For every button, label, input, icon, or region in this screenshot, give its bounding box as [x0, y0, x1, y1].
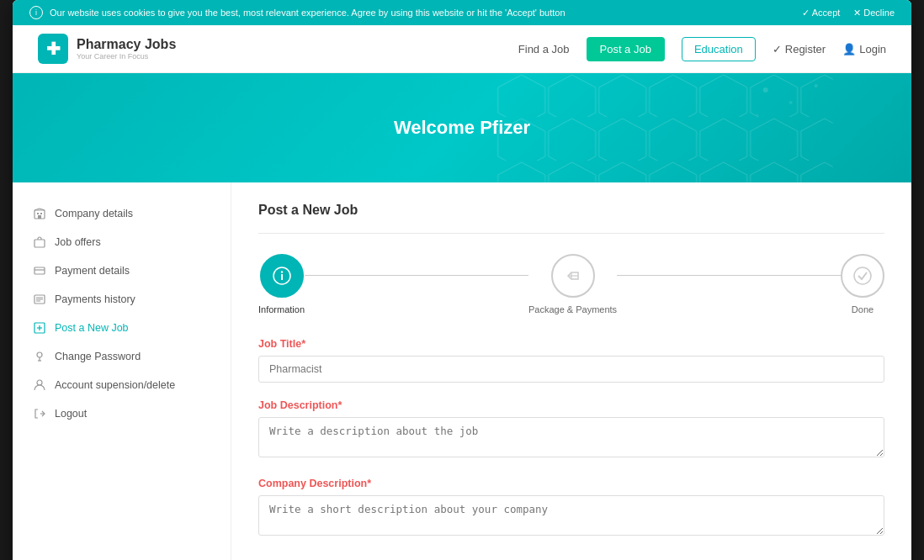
- checkmark-icon: ✓: [773, 43, 782, 55]
- svg-point-22: [37, 352, 42, 357]
- step-package-payments: Package & Payments: [528, 254, 617, 314]
- post-job-button[interactable]: Post a Job: [587, 37, 665, 61]
- account-icon: [33, 378, 46, 392]
- step-3-label: Done: [852, 304, 874, 314]
- building-icon: [33, 207, 46, 220]
- svg-point-32: [854, 267, 871, 284]
- accept-button[interactable]: ✓ Accept: [802, 8, 841, 18]
- sidebar-item-company-details[interactable]: Company details: [13, 199, 231, 228]
- step-done: Done: [841, 254, 884, 314]
- step-line-2: [617, 275, 841, 276]
- register-link[interactable]: ✓ Register: [773, 43, 826, 55]
- hero-banner: Welcome Pfizer: [13, 73, 911, 182]
- logo-subtitle: Your Career In Focus: [77, 52, 176, 61]
- logo-icon: ✚: [38, 34, 68, 64]
- main-content: Post a New Job Information: [231, 182, 911, 560]
- steps-indicator: Information Package & Payments: [258, 254, 884, 314]
- svg-point-29: [280, 271, 282, 272]
- cookie-message-area: i Our website uses cookies to give you t…: [29, 6, 566, 19]
- cookie-message: Our website uses cookies to give you the…: [50, 8, 566, 18]
- sidebar-item-account-suspension[interactable]: Account supension/delete: [13, 371, 231, 399]
- svg-rect-7: [37, 213, 39, 214]
- job-title-label: Job Title*: [258, 338, 884, 350]
- cross-icon: ✚: [46, 40, 61, 57]
- sidebar-item-job-offers[interactable]: Job offers: [13, 228, 231, 256]
- hero-title: Welcome Pfizer: [394, 117, 530, 139]
- step-2-circle: [551, 254, 595, 298]
- step-1-circle: [260, 254, 304, 298]
- svg-rect-9: [38, 215, 41, 219]
- svg-point-2: [762, 87, 767, 92]
- checkmark-icon: ✓: [802, 8, 810, 18]
- svg-point-25: [37, 380, 42, 385]
- header: ✚ Pharmacy Jobs Your Career In Focus Fin…: [13, 25, 911, 73]
- history-icon: [33, 293, 46, 306]
- find-job-link[interactable]: Find a Job: [518, 43, 570, 55]
- post-icon: [33, 321, 46, 335]
- sidebar-item-logout[interactable]: Logout: [13, 399, 231, 428]
- job-description-input[interactable]: [258, 417, 884, 457]
- person-icon: 👤: [842, 43, 856, 55]
- briefcase-icon: [33, 235, 46, 249]
- svg-rect-12: [35, 240, 45, 247]
- step-line-1: [305, 275, 528, 276]
- sidebar: Company details Job offers: [13, 182, 231, 560]
- svg-rect-13: [35, 267, 45, 274]
- login-link[interactable]: 👤 Login: [842, 43, 886, 55]
- education-button[interactable]: Education: [682, 37, 756, 61]
- main-layout: Company details Job offers: [13, 182, 911, 560]
- job-description-section: Job Description*: [258, 399, 884, 461]
- sidebar-item-payment-details[interactable]: Payment details: [13, 256, 231, 285]
- step-3-circle: [841, 254, 884, 298]
- cookie-actions: ✓ Accept ✕ Decline: [802, 8, 895, 18]
- step-2-label: Package & Payments: [528, 304, 617, 314]
- job-title-section: Job Title*: [258, 338, 884, 383]
- sidebar-item-post-new-job[interactable]: Post a New Job: [13, 314, 231, 342]
- navigation: Find a Job Post a Job Education ✓ Regist…: [518, 37, 886, 61]
- step-information: Information: [258, 254, 305, 314]
- lock-icon: [33, 350, 46, 363]
- company-description-label: Company Description*: [258, 478, 884, 489]
- logo-title: Pharmacy Jobs: [77, 37, 176, 52]
- sidebar-item-payments-history[interactable]: Payments history: [13, 285, 231, 314]
- logout-icon: [33, 407, 46, 420]
- company-description-section: Company Description*: [258, 478, 884, 539]
- sidebar-item-change-password[interactable]: Change Password: [13, 342, 231, 371]
- job-description-label: Job Description*: [258, 399, 884, 411]
- card-icon: [33, 264, 46, 277]
- logo-text: Pharmacy Jobs Your Career In Focus: [77, 37, 176, 61]
- title-divider: [258, 233, 884, 234]
- company-description-input[interactable]: [258, 495, 884, 536]
- logo: ✚ Pharmacy Jobs Your Career In Focus: [38, 34, 176, 64]
- decline-button[interactable]: ✕ Decline: [853, 8, 895, 18]
- step-1-label: Information: [258, 304, 305, 314]
- svg-rect-1: [496, 73, 832, 182]
- svg-point-4: [814, 84, 817, 87]
- svg-rect-8: [40, 213, 42, 214]
- cookie-banner: i Our website uses cookies to give you t…: [13, 0, 911, 25]
- close-icon: ✕: [853, 8, 861, 18]
- svg-point-3: [789, 101, 792, 104]
- job-title-input[interactable]: [258, 356, 884, 383]
- page-title: Post a New Job: [258, 203, 884, 218]
- cookie-icon: i: [29, 6, 43, 19]
- svg-point-5: [756, 114, 758, 117]
